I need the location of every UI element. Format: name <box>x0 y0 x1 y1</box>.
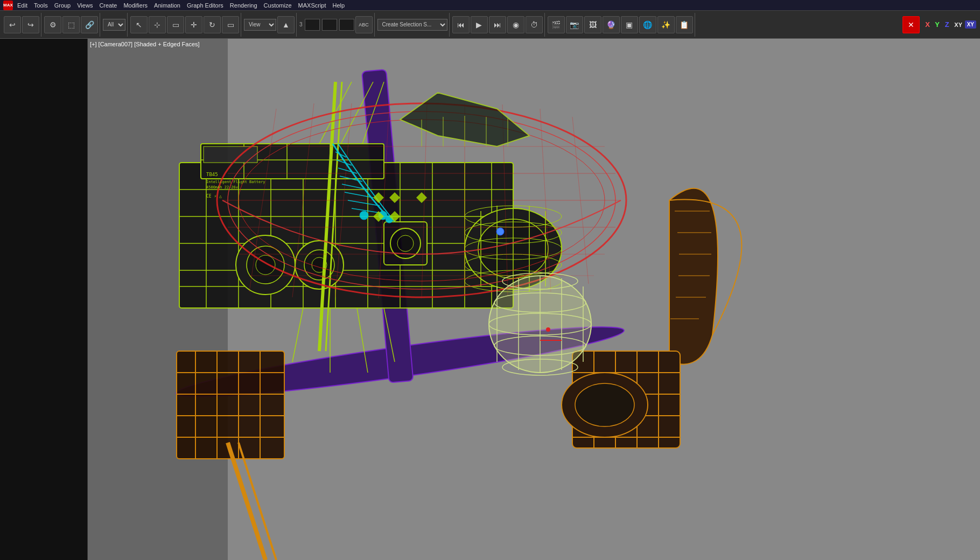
scale-button[interactable]: ▭ <box>222 16 239 33</box>
render-frame-button[interactable]: ▣ <box>621 16 638 33</box>
time-config-button[interactable]: ⏱ <box>526 16 543 33</box>
main-toolbar: ↩ ↪ ⚙ ⬚ 🔗 All ↖ ⊹ ▭ ✛ ↻ ▭ View ▲ 3 <box>0 11 980 39</box>
render-tools-group: 🎬 📷 🖼 🔮 ▣ 🌐 ✨ 📋 <box>546 13 695 37</box>
svg-text:4500mAh  22-26v: 4500mAh 22-26v <box>206 185 238 190</box>
coord-y[interactable] <box>322 19 337 31</box>
axis-y-label: Y <box>933 20 942 29</box>
move-button[interactable]: ✛ <box>185 16 202 33</box>
svg-point-102 <box>360 211 368 220</box>
svg-rect-80 <box>177 351 284 459</box>
menu-modifiers[interactable]: Modifiers <box>123 2 148 9</box>
max-logo: MAX <box>3 1 13 10</box>
left-panel <box>0 39 88 560</box>
coordinates-group: 3 ABC <box>298 13 375 37</box>
select-button[interactable]: ↖ <box>130 16 148 33</box>
filter-dropdown[interactable]: All <box>103 19 125 31</box>
svg-point-141 <box>496 228 504 235</box>
svg-text:Intelligent Flight Battery: Intelligent Flight Battery <box>206 180 265 184</box>
axis-labels: X Y Z XY XY <box>923 20 976 29</box>
create-selection-dropdown[interactable]: Create Selection S... <box>377 19 447 31</box>
effects-button[interactable]: ✨ <box>657 16 675 33</box>
viewport[interactable]: [+] [Camera007] [Shaded + Edged Faces] <box>88 39 980 560</box>
coord-type-button[interactable]: ABC <box>355 16 373 33</box>
menu-edit[interactable]: Edit <box>17 2 27 9</box>
select-tool-button[interactable]: ⚙ <box>44 16 61 33</box>
coord-display: 3 <box>299 19 354 31</box>
menu-views[interactable]: Views <box>77 2 93 9</box>
svg-point-126 <box>546 327 550 332</box>
link-button[interactable]: 🔗 <box>81 16 98 33</box>
menu-graph-editors[interactable]: Graph Editors <box>187 2 223 9</box>
axis-z-label: Z <box>942 20 952 29</box>
svg-text:TB45: TB45 <box>206 172 218 177</box>
environment-button[interactable]: 🌐 <box>639 16 656 33</box>
main-area: [+] [Camera007] [Shaded + Edged Faces] <box>0 39 980 560</box>
menu-bar: Edit Tools Group Views Create Modifiers … <box>17 2 345 9</box>
next-frame-button[interactable]: ⏭ <box>489 16 506 33</box>
rotate-button[interactable]: ↻ <box>204 16 221 33</box>
menu-help[interactable]: Help <box>333 2 345 9</box>
title-bar: MAX Edit Tools Group Views Create Modifi… <box>0 0 980 11</box>
coord-x[interactable] <box>305 19 320 31</box>
selection-tools-group: ⚙ ⬚ 🔗 <box>43 13 100 37</box>
svg-point-49 <box>397 235 414 251</box>
key-mode-button[interactable]: ◉ <box>507 16 524 33</box>
menu-tools[interactable]: Tools <box>34 2 48 9</box>
menu-rendering[interactable]: Rendering <box>230 2 257 9</box>
material-editor-button[interactable]: 🔮 <box>603 16 620 33</box>
axis-xy2-label: XY <box>965 20 976 29</box>
coord-z[interactable] <box>339 19 354 31</box>
menu-customize[interactable]: Customize <box>264 2 292 9</box>
create-selection-group: Create Selection S... <box>376 13 450 37</box>
render-setup-button[interactable]: 🎬 <box>548 16 565 33</box>
render-message-button[interactable]: 📋 <box>676 16 693 33</box>
filter-group: All <box>101 13 128 37</box>
render-to-texture-button[interactable]: 🖼 <box>584 16 601 33</box>
menu-animation[interactable]: Animation <box>154 2 180 9</box>
transform-tools-group: ↖ ⊹ ▭ ✛ ↻ ▭ <box>129 13 241 37</box>
undo-button[interactable]: ↩ <box>4 16 21 33</box>
scene-viewport[interactable]: TB45 Intelligent Flight Battery 4500mAh … <box>88 39 980 560</box>
axis-x-label: X <box>923 20 933 29</box>
undo-redo-group: ↩ ↪ <box>2 13 41 37</box>
play-button[interactable]: ▶ <box>471 16 488 33</box>
axis-group: ✕ X Y Z XY XY <box>901 13 978 37</box>
menu-maxscript[interactable]: MAXScript <box>298 2 326 9</box>
view-extra-button[interactable]: ▲ <box>277 16 295 33</box>
select-move-button[interactable]: ⊹ <box>149 16 166 33</box>
select-region-button[interactable]: ⬚ <box>62 16 80 33</box>
menu-create[interactable]: Create <box>99 2 117 9</box>
playback-group: ⏮ ▶ ⏭ ◉ ⏱ <box>451 13 545 37</box>
rectangular-select-button[interactable]: ▭ <box>167 16 184 33</box>
menu-group[interactable]: Group <box>54 2 71 9</box>
view-mode-group: View ▲ <box>242 13 297 37</box>
prev-frame-button[interactable]: ⏮ <box>452 16 470 33</box>
svg-text:CE ⚡ △: CE ⚡ △ <box>206 194 222 199</box>
render-button[interactable]: 📷 <box>566 16 583 33</box>
axis-xy-label: XY <box>952 22 965 28</box>
close-button[interactable]: ✕ <box>902 16 920 33</box>
redo-button[interactable]: ↪ <box>22 16 39 33</box>
svg-point-101 <box>575 383 634 426</box>
view-mode-dropdown[interactable]: View <box>244 19 276 31</box>
